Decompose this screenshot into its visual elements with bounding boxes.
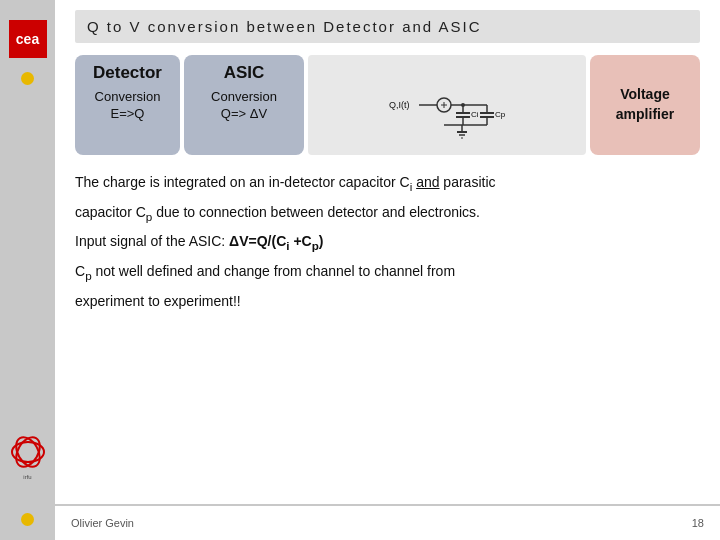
voltage-amplifier-block: Voltage amplifier bbox=[590, 55, 700, 155]
asic-conversion: Conversion Q=> ΔV bbox=[211, 89, 277, 123]
svg-text:Cp: Cp bbox=[495, 110, 506, 119]
text-line3: Input signal of the ASIC: ΔV=Q/(Ci +Cp) bbox=[75, 230, 700, 256]
text-line1: The charge is integrated on an in-detect… bbox=[75, 171, 700, 197]
detector-label: Detector bbox=[93, 63, 162, 83]
title-bar: Q to V conversion between Detector and A… bbox=[75, 10, 700, 43]
slide-title: Q to V conversion between Detector and A… bbox=[87, 18, 482, 35]
dot-top bbox=[21, 72, 34, 85]
va-label: Voltage amplifier bbox=[616, 85, 674, 124]
text-content: The charge is integrated on an in-detect… bbox=[75, 171, 700, 313]
svg-text:Ci: Ci bbox=[471, 110, 479, 119]
text-line5: experiment to experiment!! bbox=[75, 290, 700, 314]
cea-text: cea bbox=[16, 31, 39, 47]
bottom-logos: irfu bbox=[10, 434, 46, 480]
cea-logo: cea bbox=[9, 20, 47, 58]
circuit-block: Q,I(t) Ci bbox=[308, 55, 586, 155]
main-content: Q to V conversion between Detector and A… bbox=[55, 0, 720, 540]
irfu-logo bbox=[10, 434, 46, 470]
dot-bottom bbox=[21, 513, 34, 526]
svg-text:Q,I(t): Q,I(t) bbox=[389, 100, 410, 110]
text-line4: Cp not well defined and change from chan… bbox=[75, 260, 700, 286]
page-number: 18 bbox=[692, 517, 704, 529]
asic-block: ASIC Conversion Q=> ΔV bbox=[184, 55, 304, 155]
irfu-text: irfu bbox=[23, 474, 31, 480]
detector-conversion: Conversion E=>Q bbox=[95, 89, 161, 123]
asic-label: ASIC bbox=[224, 63, 265, 83]
diagram-area: Detector Conversion E=>Q ASIC Conversion… bbox=[75, 55, 700, 155]
circuit-diagram: Q,I(t) Ci bbox=[316, 70, 578, 140]
author-name: Olivier Gevin bbox=[71, 517, 134, 529]
sidebar: cea irfu bbox=[0, 0, 55, 540]
svg-point-2 bbox=[11, 434, 44, 470]
text-line2: capacitor Cp due to connection between d… bbox=[75, 201, 700, 227]
footer-bar: Olivier Gevin 18 bbox=[55, 504, 720, 540]
detector-block: Detector Conversion E=>Q bbox=[75, 55, 180, 155]
